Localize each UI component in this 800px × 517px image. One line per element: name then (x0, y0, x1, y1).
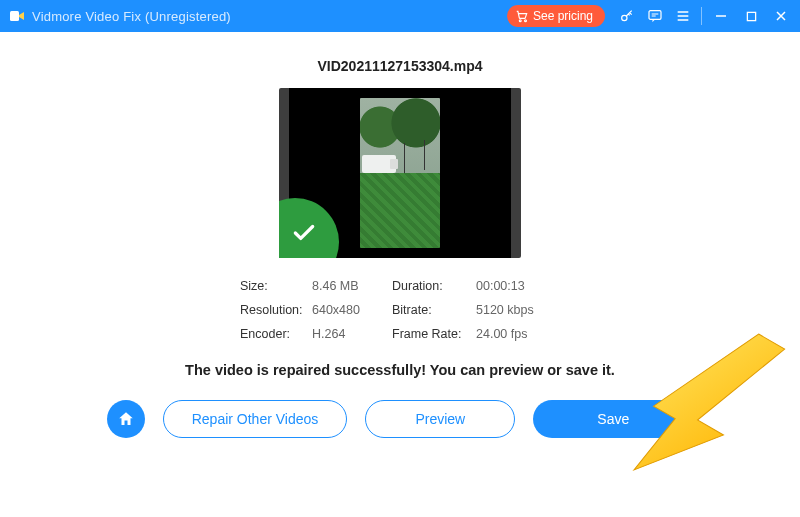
checkmark-icon (291, 220, 317, 246)
framerate-value: 24.00 fps (476, 327, 560, 341)
maximize-button[interactable] (736, 0, 766, 32)
save-label: Save (597, 411, 629, 427)
svg-rect-5 (747, 12, 755, 20)
home-icon (117, 410, 135, 428)
preview-sidebar-right (511, 88, 521, 258)
repair-other-label: Repair Other Videos (192, 411, 319, 427)
encoder-value: H.264 (312, 327, 392, 341)
meta-row: Resolution: 640x480 Bitrate: 5120 kbps (240, 298, 560, 322)
svg-point-2 (525, 20, 527, 22)
framerate-label: Frame Rate: (392, 327, 476, 341)
save-button[interactable]: Save (533, 400, 693, 438)
app-title: Vidmore Video Fix (Unregistered) (32, 9, 231, 24)
close-button[interactable] (766, 0, 796, 32)
resolution-label: Resolution: (240, 303, 312, 317)
home-button[interactable] (107, 400, 145, 438)
filename-label: VID20211127153304.mp4 (0, 58, 800, 74)
pricing-label: See pricing (533, 9, 593, 23)
duration-label: Duration: (392, 279, 476, 293)
preview-label: Preview (415, 411, 465, 427)
meta-row: Encoder: H.264 Frame Rate: 24.00 fps (240, 322, 560, 346)
video-metadata: Size: 8.46 MB Duration: 00:00:13 Resolut… (240, 274, 560, 346)
main-content: VID20211127153304.mp4 Size: 8.46 MB Dura… (0, 32, 800, 438)
titlebar-divider (701, 7, 702, 25)
svg-rect-4 (649, 11, 661, 20)
meta-row: Size: 8.46 MB Duration: 00:00:13 (240, 274, 560, 298)
success-badge (279, 198, 339, 258)
feedback-icon[interactable] (641, 0, 669, 32)
size-value: 8.46 MB (312, 279, 392, 293)
app-logo-icon (8, 7, 26, 25)
encoder-label: Encoder: (240, 327, 312, 341)
repair-other-videos-button[interactable]: Repair Other Videos (163, 400, 348, 438)
video-preview[interactable] (279, 88, 521, 258)
see-pricing-button[interactable]: See pricing (507, 5, 605, 27)
minimize-button[interactable] (706, 0, 736, 32)
preview-button[interactable]: Preview (365, 400, 515, 438)
success-message: The video is repaired successfully! You … (0, 362, 800, 378)
svg-point-1 (519, 20, 521, 22)
size-label: Size: (240, 279, 312, 293)
preview-thumbnail (360, 98, 440, 248)
resolution-value: 640x480 (312, 303, 392, 317)
svg-point-3 (622, 15, 627, 20)
svg-rect-0 (10, 11, 19, 21)
menu-icon[interactable] (669, 0, 697, 32)
key-icon[interactable] (613, 0, 641, 32)
bitrate-label: Bitrate: (392, 303, 476, 317)
title-bar: Vidmore Video Fix (Unregistered) See pri… (0, 0, 800, 32)
action-bar: Repair Other Videos Preview Save (0, 400, 800, 438)
cart-icon (515, 9, 529, 23)
bitrate-value: 5120 kbps (476, 303, 560, 317)
duration-value: 00:00:13 (476, 279, 560, 293)
